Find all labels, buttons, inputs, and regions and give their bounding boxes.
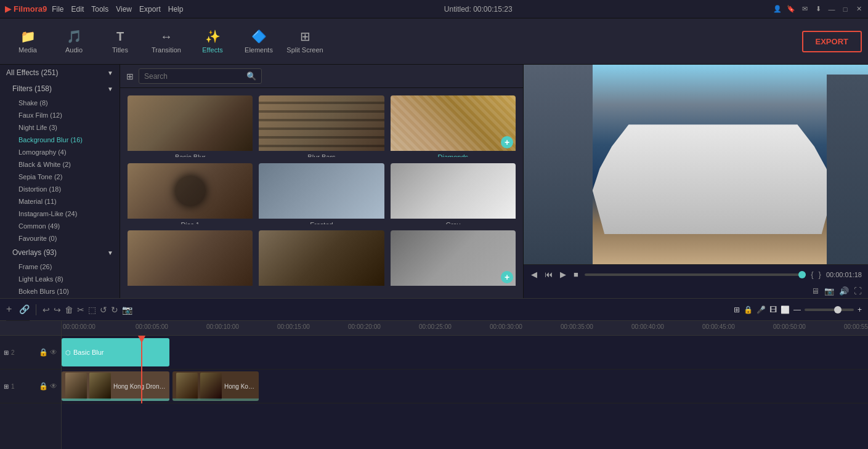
titles-icon: T <box>116 30 124 44</box>
zoom-plus-icon[interactable]: + <box>858 305 862 314</box>
tool-effects[interactable]: ✨ Effects <box>191 22 234 62</box>
clip-basic-blur[interactable]: ⬡ Basic Blur <box>62 338 169 366</box>
effect-grey[interactable]: Grey <box>391 163 516 225</box>
mic-icon[interactable]: 🎤 <box>756 305 766 314</box>
panel-item-lomography[interactable]: Lomography (4) <box>0 146 120 158</box>
shrink-icon[interactable]: — <box>793 305 801 314</box>
panel-item-material[interactable]: Material (11) <box>0 195 120 208</box>
menu-file[interactable]: File <box>52 5 63 14</box>
film-icon[interactable]: 🎞 <box>769 305 777 314</box>
clip-video-1[interactable]: Hong Kong Drone5 Clip <box>62 371 169 401</box>
add-track-button[interactable]: + <box>6 304 12 315</box>
play-button[interactable]: ▶ <box>559 269 567 280</box>
clip-video-1-info: Hong Kong Drone5 Clip <box>113 383 166 390</box>
effect-frosted[interactable]: Frosted <box>259 163 384 225</box>
chain-button[interactable]: 🔗 <box>19 304 30 314</box>
overlays-header[interactable]: Overlays (93) ▼ <box>0 245 120 261</box>
panel-item-distortion[interactable]: Distortion (18) <box>0 183 120 195</box>
clip-video-2-title: Hong Kong Drone5 <box>224 383 255 390</box>
download-icon[interactable]: ⬇ <box>814 5 822 14</box>
preview-area: ◀ ⏮ ▶ ■ { } 00:00:01:18 🖥 📷 🔊 ⛶ <box>523 65 868 298</box>
track-1-icon: ⊞ <box>4 383 9 390</box>
close-button[interactable]: ✕ <box>854 5 863 14</box>
progress-handle[interactable] <box>798 271 806 278</box>
app-logo: ▶ Filmora9 <box>5 4 47 14</box>
track-1-body[interactable]: Hong Kong Drone5 Clip Hong Kong Drone5 <box>62 370 868 403</box>
redo2-button[interactable]: ↻ <box>111 305 118 315</box>
panel-item-common[interactable]: Common (49) <box>0 220 120 232</box>
track-2-hide[interactable]: 👁 <box>50 348 57 357</box>
panel-item-black-white[interactable]: Black & White (2) <box>0 158 120 171</box>
tool-audio[interactable]: 🎵 Audio <box>52 22 95 62</box>
panel-item-night-life[interactable]: Night Life (3) <box>0 121 120 134</box>
tool-titles[interactable]: T Titles <box>99 22 142 62</box>
effect-blur-bars-label: Blur Bars <box>259 151 384 157</box>
minimize-button[interactable]: — <box>827 5 836 14</box>
fullscreen-icon[interactable]: ⛶ <box>854 286 862 296</box>
redo-button[interactable]: ↪ <box>54 305 61 315</box>
effect-row3-2[interactable] <box>259 230 384 291</box>
effect-blur-bars[interactable]: Blur Bars <box>259 95 384 157</box>
track-2-num: 2 <box>11 349 15 356</box>
prev-frame-button[interactable]: ◀ <box>530 269 538 280</box>
all-effects-header[interactable]: All Effects (251) ▼ <box>0 65 120 81</box>
camera-icon[interactable]: 📷 <box>824 286 834 296</box>
zoom-slider[interactable] <box>805 309 854 311</box>
clip-video-2[interactable]: Hong Kong Drone5 <box>172 371 259 401</box>
effect-diamonds[interactable]: + Diamonds <box>391 95 516 157</box>
track-2-body[interactable]: ⬡ Basic Blur <box>62 336 868 369</box>
menu-view[interactable]: View <box>116 5 132 14</box>
tool-elements[interactable]: 🔷 Elements <box>237 22 280 62</box>
search-input[interactable] <box>144 72 243 81</box>
track-2-lock[interactable]: 🔒 <box>39 348 48 357</box>
timeline-tracks[interactable]: 00:00:00:00 00:00:05:00 00:00:10:00 00:0… <box>62 321 868 449</box>
delete-button[interactable]: 🗑 <box>65 305 73 315</box>
mail-icon[interactable]: ✉ <box>800 5 809 14</box>
row3-3-add-badge[interactable]: + <box>501 271 513 283</box>
panel-item-light-leaks[interactable]: Light Leaks (8) <box>0 273 120 285</box>
expand-icon[interactable]: ⬜ <box>781 305 790 314</box>
monitor-icon[interactable]: 🖥 <box>811 286 819 296</box>
panel-item-background-blur[interactable]: Background Blur (16) <box>0 134 120 146</box>
panel-item-instagram[interactable]: Instagram-Like (24) <box>0 208 120 220</box>
panel-item-favourite[interactable]: Favourite (0) <box>0 232 120 245</box>
progress-bar[interactable] <box>585 273 806 276</box>
user-icon[interactable]: 👤 <box>773 5 782 14</box>
effect-row3-1[interactable] <box>128 230 253 291</box>
filters-header[interactable]: Filters (158) ▼ <box>0 81 120 97</box>
bookmark-icon[interactable]: 🔖 <box>787 5 795 14</box>
video-content <box>524 65 868 264</box>
stop-button[interactable]: ■ <box>572 269 580 280</box>
track-1-hide[interactable]: 👁 <box>50 382 57 390</box>
tool-splitscreen[interactable]: ⊞ Split Screen <box>283 22 327 62</box>
panel-item-bokeh[interactable]: Bokeh Blurs (10) <box>0 285 120 297</box>
menu-edit[interactable]: Edit <box>71 5 84 14</box>
toolbar-separator-1 <box>36 304 36 315</box>
crop-button[interactable]: ⬚ <box>88 305 96 315</box>
panel-item-faux-film[interactable]: Faux Film (12) <box>0 109 120 121</box>
menu-export[interactable]: Export <box>139 5 161 14</box>
undo-button[interactable]: ↩ <box>43 305 50 315</box>
export-button[interactable]: EXPORT <box>802 31 862 52</box>
lock-icon[interactable]: 🔒 <box>744 305 753 314</box>
menu-tools[interactable]: Tools <box>91 5 108 14</box>
zoom-handle[interactable] <box>834 306 842 313</box>
effect-basic-blur[interactable]: Basic Blur <box>128 95 253 157</box>
undo2-button[interactable]: ↺ <box>100 305 107 315</box>
effect-row3-3[interactable]: + <box>391 230 516 291</box>
snapshot-button[interactable]: 📷 <box>122 305 132 315</box>
menu-help[interactable]: Help <box>168 5 184 14</box>
cut-button[interactable]: ✂ <box>77 305 84 315</box>
panel-item-shake[interactable]: Shake (8) <box>0 97 120 109</box>
diamonds-add-badge[interactable]: + <box>501 136 513 148</box>
panel-item-sepia-tone[interactable]: Sepia Tone (2) <box>0 171 120 183</box>
volume-icon[interactable]: 🔊 <box>839 286 849 296</box>
grid-view-button[interactable]: ⊞ <box>126 71 134 81</box>
maximize-button[interactable]: □ <box>841 5 850 14</box>
effect-disc1[interactable]: Disc 1 <box>128 163 253 225</box>
track-1-lock[interactable]: 🔒 <box>39 382 48 390</box>
panel-item-frame[interactable]: Frame (26) <box>0 261 120 273</box>
rewind-button[interactable]: ⏮ <box>543 269 554 280</box>
tool-transition[interactable]: ↔ Transition <box>145 22 188 62</box>
tool-media[interactable]: 📁 Media <box>6 22 49 62</box>
